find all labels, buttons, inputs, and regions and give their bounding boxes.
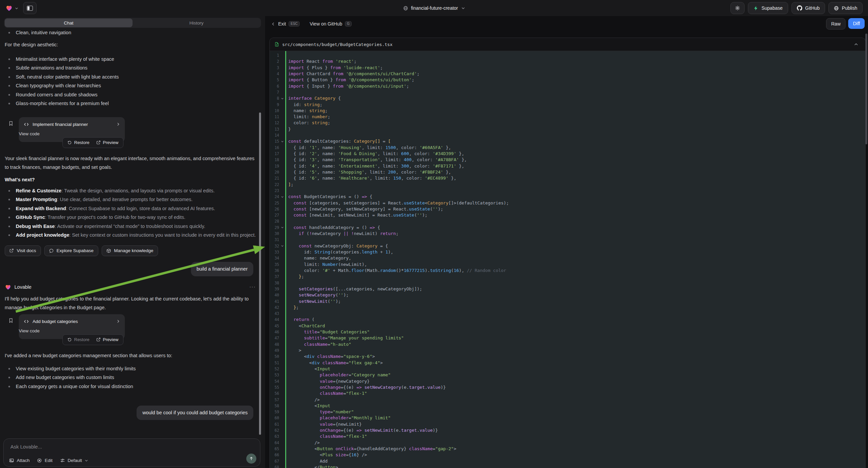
fold-chevron-icon[interactable] <box>279 243 285 249</box>
preview-button[interactable]: Preview <box>93 336 121 343</box>
send-button[interactable] <box>246 454 256 464</box>
code-line: 1 <box>270 52 865 58</box>
fold-slot <box>279 421 285 428</box>
code-text: { id: '2', name: 'Food & Dining', limit:… <box>285 151 464 157</box>
code-text: subtitle="Manage your spending limits" <box>285 335 404 341</box>
list-item: Rounded corners and subtle shadows <box>5 90 260 99</box>
fold-slot <box>279 329 285 335</box>
line-number: 33 <box>270 249 279 255</box>
arrow-up-icon <box>249 456 254 461</box>
code-icon <box>24 319 29 324</box>
fold-chevron-icon[interactable] <box>279 138 285 144</box>
list-item: Each category gets a unique color for vi… <box>5 382 260 391</box>
fold-chevron-icon[interactable] <box>279 194 285 200</box>
view-code-link[interactable]: View code <box>19 131 39 136</box>
line-number: 2 <box>270 58 279 64</box>
code-line: 67 Add <box>270 458 865 464</box>
tab-chat[interactable]: Chat <box>5 19 132 27</box>
fold-slot <box>279 280 285 286</box>
bookmark-icon[interactable] <box>8 318 13 324</box>
fold-slot <box>279 440 285 446</box>
line-number: 58 <box>270 403 279 409</box>
code-text: className="h-auto" <box>285 342 351 348</box>
view-code-link[interactable]: View code <box>19 328 39 333</box>
edit-mode-button[interactable]: Edit <box>37 458 52 463</box>
chat-scrollbar[interactable] <box>259 113 261 435</box>
line-number: 19 <box>270 163 279 169</box>
external-link-icon <box>96 338 101 342</box>
code-text: return ( <box>285 317 314 323</box>
code-line: 53 placeholder="Category name" <box>270 372 865 378</box>
line-number: 17 <box>270 151 279 157</box>
code-text: const [newLimit, setNewLimit] = React.us… <box>285 212 428 218</box>
toggle-sidebar-button[interactable] <box>23 2 37 14</box>
file-header[interactable]: src/components/budget/BudgetCategories.t… <box>270 38 865 51</box>
line-number: 54 <box>270 378 279 384</box>
line-number: 40 <box>270 292 279 298</box>
code-line: 8interface Category { <box>270 95 865 101</box>
code-text: import { Input } from '@/components/ui/i… <box>285 83 409 89</box>
code-text: import { Button } from '@/components/ui/… <box>285 77 414 83</box>
model-selector[interactable]: Default <box>60 458 89 463</box>
code-text <box>285 52 288 58</box>
code-text: setNewLimit(''); <box>285 298 341 304</box>
bookmark-icon[interactable] <box>8 121 13 127</box>
code-text: name: string; <box>285 108 328 114</box>
code-text: placeholder="Monthly limit" <box>285 415 391 421</box>
raw-button[interactable]: Raw <box>826 18 845 30</box>
code-line: 51 <div className="flex gap-4"> <box>270 360 865 366</box>
code-text: color: string; <box>285 120 330 126</box>
github-button[interactable]: GitHub <box>792 2 826 14</box>
fold-slot <box>279 366 285 372</box>
message-menu-button[interactable]: ··· <box>249 284 256 290</box>
assistant-paragraph: I've added a new budget categories manag… <box>5 351 257 360</box>
composer-tools: Attach Edit Default <box>9 458 88 463</box>
restore-button[interactable]: Restore <box>64 139 93 146</box>
tab-history[interactable]: History <box>132 19 260 27</box>
code-text: <Plus size={16} /> <box>285 452 367 458</box>
code-text: <Button onClick={handleAddCategory} clas… <box>285 446 456 452</box>
settings-button[interactable] <box>731 2 745 14</box>
edit-label: Edit <box>44 458 52 463</box>
fold-chevron-icon[interactable] <box>279 95 285 101</box>
restore-button[interactable]: Restore <box>64 336 93 343</box>
line-number: 48 <box>270 342 279 348</box>
code-line: 55 onChange={(e) => setNewCategory(e.tar… <box>270 384 865 390</box>
list-item: Debug with Ease: Activate our experiment… <box>5 222 260 231</box>
supabase-button[interactable]: Supabase <box>748 2 788 14</box>
code-text: <Input <box>285 403 330 409</box>
code-text: /> <box>285 397 320 403</box>
fold-chevron-icon[interactable] <box>279 225 285 231</box>
publish-label: Publish <box>842 5 857 11</box>
code-line: 47 subtitle="Manage your spending limits… <box>270 335 865 341</box>
exit-button[interactable]: Exit ESC <box>271 21 300 27</box>
line-number: 53 <box>270 372 279 378</box>
fold-slot <box>279 323 285 329</box>
line-number: 20 <box>270 169 279 175</box>
lovable-logo-menu[interactable] <box>5 4 19 12</box>
collapse-file-button[interactable] <box>851 40 861 49</box>
code-text: id: String(categories.length + 1), <box>285 249 393 255</box>
fold-slot <box>279 458 285 464</box>
code-line: 64 /> <box>270 440 865 446</box>
chat-input[interactable] <box>10 443 240 450</box>
chip-manage-knowledge[interactable]: Manage knowledge <box>102 245 158 256</box>
assistant-name: Lovable <box>14 284 32 290</box>
view-on-github-button[interactable]: View on GitHub G <box>310 21 352 27</box>
code-scrollbar[interactable] <box>865 34 867 144</box>
chat-history-tabs: Chat History <box>4 18 261 28</box>
fold-slot <box>279 397 285 403</box>
line-number: 68 <box>270 464 279 468</box>
diff-button[interactable]: Diff <box>848 18 865 29</box>
chip-explore-supabase[interactable]: Explore Supabase <box>44 245 98 256</box>
fold-slot <box>279 58 285 64</box>
project-switcher[interactable]: financial-future-creator <box>403 0 465 16</box>
fold-slot <box>279 311 285 317</box>
line-number: 64 <box>270 440 279 446</box>
bullet-list: Refine & Customize: Tweak the design, an… <box>5 186 260 240</box>
chevron-right-icon <box>116 121 120 127</box>
attach-button[interactable]: Attach <box>9 458 30 463</box>
chip-visit-docs[interactable]: Visit docs <box>5 245 41 256</box>
preview-button[interactable]: Preview <box>93 139 121 146</box>
publish-button[interactable]: Publish <box>829 2 863 14</box>
